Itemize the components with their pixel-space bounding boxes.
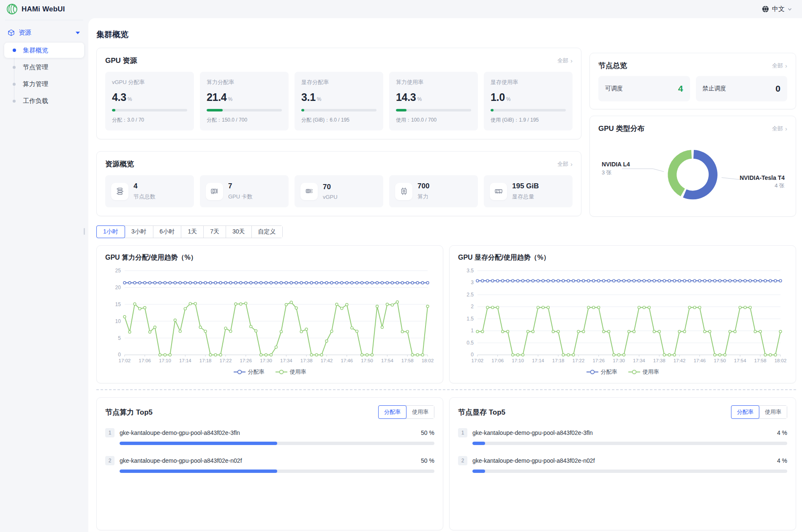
language-selector[interactable]: 中文 [762, 5, 802, 13]
brand: HAMi WebUI [0, 3, 88, 15]
sidebar-group-label: 资源 [19, 29, 72, 37]
resource-items-row: 4 节点总数 7 GPU 卡数 [105, 175, 573, 207]
schedulable-count: 4 [678, 84, 683, 94]
node-value: 50 % [421, 457, 434, 464]
toggle-usage-rate[interactable]: 使用率 [759, 406, 787, 418]
dashed-divider [96, 389, 796, 390]
chart-legend: 分配率使用率 [458, 368, 787, 376]
top5-item: 1 gke-kantaloupe-demo-gpu-pool-a843f02e-… [458, 428, 787, 445]
svg-text:3 张: 3 张 [602, 169, 612, 176]
node-compute-top5-title: 节点算力 Top5 [105, 407, 153, 417]
hami-logo-icon [6, 3, 18, 15]
top5-item: 2 gke-kantaloupe-demo-gpu-pool-a843f02e-… [105, 456, 434, 473]
unschedulable-count: 0 [775, 84, 780, 94]
sidebar-item-label: 算力管理 [23, 80, 48, 88]
resource-item-compute: 700 算力 [389, 175, 478, 207]
svg-text:0: 0 [118, 352, 121, 358]
svg-text:17:02: 17:02 [119, 358, 131, 363]
sidebar-item-workloads[interactable]: 工作负载 [4, 93, 84, 109]
rank-badge: 2 [458, 456, 467, 465]
legend-item[interactable]: 使用率 [628, 368, 659, 376]
node-value: 4 % [777, 457, 787, 464]
rank-badge: 1 [458, 428, 467, 437]
svg-text:20: 20 [115, 285, 121, 290]
node-compute-top5-card: 节点算力 Top5 分配率 使用率 1 gke-kantaloupe-demo-… [96, 397, 443, 530]
resource-overview-view-all-link[interactable]: 全部› [557, 160, 573, 168]
svg-text:3: 3 [471, 280, 474, 285]
legend-line-icon [586, 369, 598, 375]
svg-text:5: 5 [118, 335, 121, 341]
gpu-resources-view-all-link[interactable]: 全部› [557, 57, 573, 65]
app-title: HAMi WebUI [22, 5, 65, 14]
stat-sub-label: 分配：150.0 / 700 [207, 117, 282, 124]
tab-6h[interactable]: 6小时 [153, 226, 181, 238]
gpu-resources-title: GPU 资源 [105, 56, 137, 65]
stat-value: 3.1 [301, 91, 316, 103]
tab-custom[interactable]: 自定义 [251, 226, 282, 238]
sidebar-item-cluster-overview[interactable]: 集群概览 [4, 43, 84, 58]
legend-item[interactable]: 使用率 [276, 368, 306, 376]
resource-item-nodes: 4 节点总数 [105, 175, 194, 207]
svg-text:4 张: 4 张 [775, 182, 785, 189]
svg-text:17:58: 17:58 [754, 358, 767, 363]
node-overview-view-all-link[interactable]: 全部› [772, 62, 787, 70]
gpu-type-donut-chart[interactable]: NVIDIA-Tesla T44 张NVIDIA L43 张 [598, 136, 787, 211]
svg-text:17:42: 17:42 [321, 358, 333, 363]
toggle-alloc-rate[interactable]: 分配率 [378, 405, 406, 419]
stat-value: 4.3 [112, 91, 126, 103]
rank-badge: 1 [105, 428, 115, 437]
svg-text:17:02: 17:02 [472, 358, 484, 363]
node-name[interactable]: gke-kantaloupe-demo-gpu-pool-a843f02e-n0… [472, 457, 772, 464]
sidebar-collapse-handle[interactable] [84, 228, 85, 235]
node-name[interactable]: gke-kantaloupe-demo-gpu-pool-a843f02e-n0… [120, 457, 416, 464]
resource-item-vgpu: 70 vGPU [295, 175, 383, 207]
chevron-right-icon: › [785, 125, 787, 132]
stat-sub-label: 分配 (GiB)：6.0 / 195 [301, 117, 376, 124]
tab-7d[interactable]: 7天 [203, 226, 226, 238]
svg-text:17:46: 17:46 [341, 358, 353, 363]
sidebar-item-node-management[interactable]: 节点管理 [4, 60, 84, 75]
stat-sub-label: 使用：100.0 / 700 [396, 117, 471, 124]
overview-left-column: GPU 资源 全部› vGPU 分配率 4.3% 分配：3.0 / 70 算力分… [96, 48, 581, 217]
topbar: HAMi WebUI 中文 [0, 0, 802, 18]
tab-30d[interactable]: 30天 [226, 226, 251, 238]
tab-1h[interactable]: 1小时 [96, 225, 125, 238]
top5-row: 节点算力 Top5 分配率 使用率 1 gke-kantaloupe-demo-… [96, 397, 796, 530]
legend-line-icon [234, 369, 246, 375]
gpu-resources-card: GPU 资源 全部› vGPU 分配率 4.3% 分配：3.0 / 70 算力分… [96, 48, 581, 139]
stat-compute-usage: 算力使用率 14.3% 使用：100.0 / 700 [389, 72, 478, 130]
legend-item[interactable]: 分配率 [234, 368, 265, 376]
node-name[interactable]: gke-kantaloupe-demo-gpu-pool-a843f02e-3f… [120, 429, 416, 436]
node-name[interactable]: gke-kantaloupe-demo-gpu-pool-a843f02e-3f… [472, 429, 772, 436]
svg-text:17:26: 17:26 [592, 358, 605, 363]
sidebar-item-label: 工作负载 [23, 97, 48, 105]
stat-value: 1.0 [491, 91, 505, 103]
top5-item: 2 gke-kantaloupe-demo-gpu-pool-a843f02e-… [458, 456, 787, 473]
svg-text:2: 2 [471, 304, 474, 309]
svg-text:17:10: 17:10 [159, 358, 171, 363]
sidebar-group-resources[interactable]: 资源 [4, 26, 84, 39]
legend-item[interactable]: 分配率 [586, 368, 617, 376]
toggle-usage-rate[interactable]: 使用率 [406, 406, 434, 418]
svg-text:1.5: 1.5 [466, 316, 474, 322]
memory-trend-chart[interactable]: 00.511.522.533.517:0217:0617:1017:1417:1… [458, 266, 787, 367]
timeline-dot [13, 100, 16, 103]
node-value: 50 % [421, 429, 434, 436]
svg-text:17:18: 17:18 [199, 358, 212, 363]
toggle-alloc-rate[interactable]: 分配率 [731, 405, 759, 419]
sidebar-item-compute-management[interactable]: 算力管理 [4, 76, 84, 92]
compute-trend-title: GPU 算力分配/使用趋势（%） [105, 253, 434, 262]
progress-bar [120, 442, 434, 445]
unschedulable-stat: 禁止调度 0 [696, 76, 788, 101]
legend-line-icon [276, 369, 287, 375]
tab-3h[interactable]: 3小时 [125, 226, 153, 238]
gpu-type-view-all-link[interactable]: 全部› [772, 125, 787, 133]
timeline-dot [13, 66, 16, 69]
memory-trend-card: GPU 显存分配/使用趋势（%） 00.511.522.533.517:0217… [449, 245, 796, 383]
sidebar-items: 集群概览 节点管理 算力管理 工作负载 [4, 43, 84, 109]
gpu-card-icon [206, 183, 223, 200]
tab-1d[interactable]: 1天 [181, 226, 203, 238]
stat-sub-label: 使用 (GiB)：1.9 / 195 [491, 117, 566, 124]
compute-trend-chart[interactable]: 051015202517:0217:0617:1017:1417:1817:22… [105, 266, 434, 367]
caret-down-icon[interactable] [76, 32, 80, 34]
